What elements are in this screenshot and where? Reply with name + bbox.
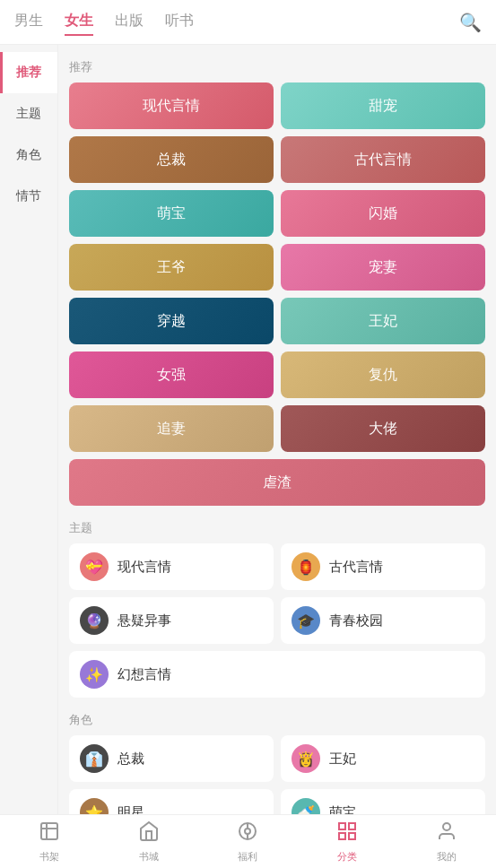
- tab-male[interactable]: 男生: [14, 8, 43, 36]
- role-item-zongcai[interactable]: 👔 总裁: [69, 735, 274, 782]
- sidebar: 推荐 主题 角色 情节: [0, 45, 58, 814]
- sidebar-item-recommend[interactable]: 推荐: [0, 52, 57, 93]
- theme-label: 主题: [69, 520, 485, 536]
- theme-icon-xiandai: 💝: [80, 552, 109, 581]
- role-item-wangfei[interactable]: 👸 王妃: [281, 735, 485, 782]
- theme-icon-huanxiang: ✨: [80, 660, 109, 689]
- theme-label-gudai: 古代言情: [329, 559, 383, 576]
- recommend-label: 推荐: [69, 59, 485, 75]
- role-label: 角色: [69, 712, 485, 728]
- sidebar-item-theme[interactable]: 主题: [0, 93, 57, 135]
- recommend-btn-daolao[interactable]: 大佬: [281, 405, 485, 452]
- theme-label-xuanyi: 悬疑异事: [117, 612, 171, 629]
- bottom-nav-welfare[interactable]: 福利: [198, 820, 298, 864]
- bookshelf-icon: [39, 820, 60, 847]
- category-icon: [336, 820, 358, 847]
- recommend-btn-zongcai[interactable]: 总裁: [69, 136, 274, 183]
- welfare-icon: [237, 820, 258, 847]
- welfare-label: 福利: [238, 850, 257, 864]
- role-item-mingxing[interactable]: ⭐ 明星: [69, 789, 274, 814]
- theme-label-xiandai: 现代言情: [117, 559, 171, 576]
- theme-label-qingchun: 青春校园: [329, 612, 383, 629]
- role-icon-wangfei: 👸: [292, 744, 320, 773]
- recommend-btn-nvqiang[interactable]: 女强: [69, 352, 274, 398]
- profile-label: 我的: [437, 850, 457, 864]
- category-label: 分类: [337, 850, 357, 864]
- tab-audio[interactable]: 听书: [165, 8, 194, 36]
- theme-item-qingchun[interactable]: 🎓 青春校园: [281, 597, 485, 644]
- bookshelf-label: 书架: [39, 850, 59, 864]
- svg-point-11: [443, 823, 450, 830]
- recommend-btn-wangfei[interactable]: 王妃: [281, 298, 485, 344]
- role-icon-mingxing: ⭐: [80, 798, 109, 814]
- role-label-mengbao: 萌宝: [329, 804, 356, 815]
- svg-rect-8: [349, 823, 355, 829]
- role-icon-mengbao: 🍼: [292, 798, 320, 814]
- role-label-zongcai: 总裁: [117, 751, 144, 768]
- svg-rect-7: [339, 823, 345, 829]
- nav-tabs: 男生 女生 出版 听书: [14, 8, 459, 36]
- bottom-nav-bookshelf[interactable]: 书架: [0, 820, 100, 864]
- bottom-nav-profile[interactable]: 我的: [396, 820, 496, 864]
- svg-rect-9: [339, 833, 345, 839]
- search-icon[interactable]: 🔍: [459, 12, 482, 33]
- recommend-btn-tianchong[interactable]: 甜宠: [281, 82, 485, 129]
- recommend-btn-chuanyue[interactable]: 穿越: [69, 298, 274, 344]
- role-item-mengbao[interactable]: 🍼 萌宝: [281, 789, 485, 814]
- theme-item-xiandai[interactable]: 💝 现代言情: [69, 543, 274, 590]
- svg-rect-10: [349, 833, 355, 839]
- role-label-wangfei: 王妃: [329, 751, 356, 768]
- recommend-btn-shanhun[interactable]: 闪婚: [281, 190, 485, 237]
- recommend-btn-nuzha[interactable]: 虐渣: [69, 459, 485, 506]
- theme-icon-gudai: 🏮: [292, 552, 320, 581]
- role-icon-zongcai: 👔: [80, 744, 109, 773]
- theme-section: 主题 💝 现代言情 🏮 古代言情 🔮 悬疑异事 🎓 青春校园: [69, 520, 485, 698]
- theme-grid: 💝 现代言情 🏮 古代言情 🔮 悬疑异事 🎓 青春校园 ✨ 幻想言情: [69, 543, 485, 698]
- theme-item-huanxiang[interactable]: ✨ 幻想言情: [69, 651, 485, 698]
- theme-icon-qingchun: 🎓: [292, 606, 320, 635]
- recommend-btn-gudai[interactable]: 古代言情: [281, 136, 485, 183]
- top-navigation: 男生 女生 出版 听书 🔍: [0, 0, 496, 45]
- store-icon: [138, 820, 160, 847]
- bottom-navigation: 书架 书城 福利 分类 我的: [0, 814, 496, 868]
- role-grid: 👔 总裁 👸 王妃 ⭐ 明星 🍼 萌宝 👑 皇后: [69, 735, 485, 814]
- recommend-btn-xiandai[interactable]: 现代言情: [69, 82, 274, 129]
- profile-icon: [436, 820, 457, 847]
- main-layout: 推荐 主题 角色 情节 推荐 现代言情 甜宠 总裁 古代言情 萌宝 闪婚 王爷 …: [0, 45, 496, 814]
- recommend-grid: 现代言情 甜宠 总裁 古代言情 萌宝 闪婚 王爷 宠妻 穿越 王妃 女强 复仇 …: [69, 82, 485, 506]
- bottom-nav-store[interactable]: 书城: [100, 820, 199, 864]
- svg-rect-0: [41, 823, 57, 839]
- recommend-btn-wangye[interactable]: 王爷: [69, 244, 274, 291]
- role-section: 角色 👔 总裁 👸 王妃 ⭐ 明星 🍼 萌宝: [69, 712, 485, 814]
- theme-label-huanxiang: 幻想言情: [117, 666, 171, 683]
- sidebar-item-role[interactable]: 角色: [0, 135, 57, 176]
- recommend-btn-chongqi[interactable]: 宠妻: [281, 244, 485, 291]
- theme-icon-xuanyi: 🔮: [80, 606, 109, 635]
- content-area: 推荐 现代言情 甜宠 总裁 古代言情 萌宝 闪婚 王爷 宠妻 穿越 王妃 女强 …: [58, 45, 496, 814]
- svg-point-4: [245, 829, 250, 834]
- bottom-nav-category[interactable]: 分类: [298, 820, 397, 864]
- recommend-btn-mengbao[interactable]: 萌宝: [69, 190, 274, 237]
- theme-item-gudai[interactable]: 🏮 古代言情: [281, 543, 485, 590]
- store-label: 书城: [139, 850, 159, 864]
- recommend-btn-fuzhou[interactable]: 复仇: [281, 352, 485, 398]
- role-label-mingxing: 明星: [117, 804, 144, 815]
- tab-publish[interactable]: 出版: [115, 8, 144, 36]
- recommend-btn-zhuiqi[interactable]: 追妻: [69, 405, 274, 452]
- tab-female[interactable]: 女生: [65, 8, 93, 36]
- theme-item-xuanyi[interactable]: 🔮 悬疑异事: [69, 597, 274, 644]
- recommend-section: 推荐 现代言情 甜宠 总裁 古代言情 萌宝 闪婚 王爷 宠妻 穿越 王妃 女强 …: [69, 59, 485, 506]
- sidebar-item-plot[interactable]: 情节: [0, 176, 57, 217]
